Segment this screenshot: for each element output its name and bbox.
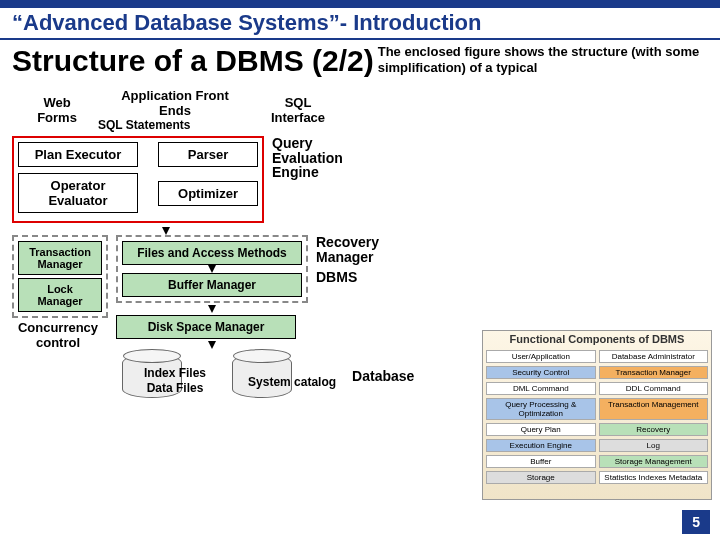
ref-chip: Buffer (486, 455, 596, 468)
ref-chip: Execution Engine (486, 439, 596, 452)
ref-chip: Database Administrator (599, 350, 709, 363)
ref-chip: Storage (486, 471, 596, 484)
database-label: Database (352, 369, 414, 384)
ref-chip: Query Processing & Optimization (486, 398, 596, 420)
top-accent-bar (0, 0, 720, 8)
app-front-ends-label: Application Front Ends (120, 88, 230, 118)
slide-description: The enclosed figure shows the structure … (378, 44, 708, 75)
course-title: “Advanced Database Systems”- Introductio… (12, 10, 708, 36)
reference-figure-title: Functional Components of DBMS (483, 331, 711, 347)
sql-statements-label: SQL Statements (98, 118, 190, 132)
arrow-icon (208, 305, 216, 313)
ref-chip: DDL Command (599, 382, 709, 395)
slide-title: Structure of a DBMS (2/2) (12, 44, 374, 78)
operator-evaluator-box: Operator Evaluator (18, 173, 138, 213)
ref-chip: User/Application (486, 350, 596, 363)
arrow-icon (208, 265, 216, 273)
files-access-box: Files and Access Methods (122, 241, 302, 265)
ref-chip: DML Command (486, 382, 596, 395)
txn-group: Transaction Manager Lock Manager (12, 235, 108, 318)
sql-interface-label: SQL Interface (258, 95, 338, 125)
query-engine-group: Plan Executor Parser Operator Evaluator … (12, 136, 264, 223)
ref-chip: Recovery (599, 423, 709, 436)
disk-space-manager-box: Disk Space Manager (116, 315, 296, 339)
system-catalog-label: System catalog (248, 376, 336, 389)
recovery-label: Recovery Manager (316, 235, 376, 264)
index-files-label: Index Files (144, 367, 206, 380)
slide-subheader: Structure of a DBMS (2/2) The enclosed f… (0, 40, 720, 82)
data-files-label: Data Files (144, 382, 206, 395)
reference-figure: Functional Components of DBMS User/Appli… (482, 330, 712, 500)
optimizer-box: Optimizer (158, 181, 258, 206)
storage-group: Files and Access Methods Buffer Manager (116, 235, 308, 303)
query-engine-label: Query Evaluation Engine (272, 136, 342, 180)
ref-chip: Transaction Manager (599, 366, 709, 379)
storage-column: Files and Access Methods Buffer Manager … (116, 235, 308, 349)
ref-chip: Log (599, 439, 709, 452)
lock-manager-box: Lock Manager (18, 278, 102, 312)
page-number: 5 (682, 510, 710, 534)
concurrency-label: Concurrency control (12, 320, 104, 350)
txn-column: Transaction Manager Lock Manager Concurr… (12, 235, 108, 350)
plan-executor-box: Plan Executor (18, 142, 138, 167)
ref-chip: Storage Management (599, 455, 709, 468)
txn-manager-box: Transaction Manager (18, 241, 102, 275)
arrow-icon (208, 341, 216, 349)
right-labels: Recovery Manager DBMS (316, 235, 376, 285)
arrow-icon (162, 227, 170, 235)
ref-chip: Security Control (486, 366, 596, 379)
dbms-label: DBMS (316, 270, 376, 285)
web-forms-label: Web Forms (22, 95, 92, 125)
parser-box: Parser (158, 142, 258, 167)
buffer-manager-box: Buffer Manager (122, 273, 302, 297)
ref-chip: Query Plan (486, 423, 596, 436)
slide-header: “Advanced Database Systems”- Introductio… (0, 8, 720, 40)
ref-chip: Transaction Management (599, 398, 709, 420)
ref-chip: Statistics Indexes Metadata (599, 471, 709, 484)
